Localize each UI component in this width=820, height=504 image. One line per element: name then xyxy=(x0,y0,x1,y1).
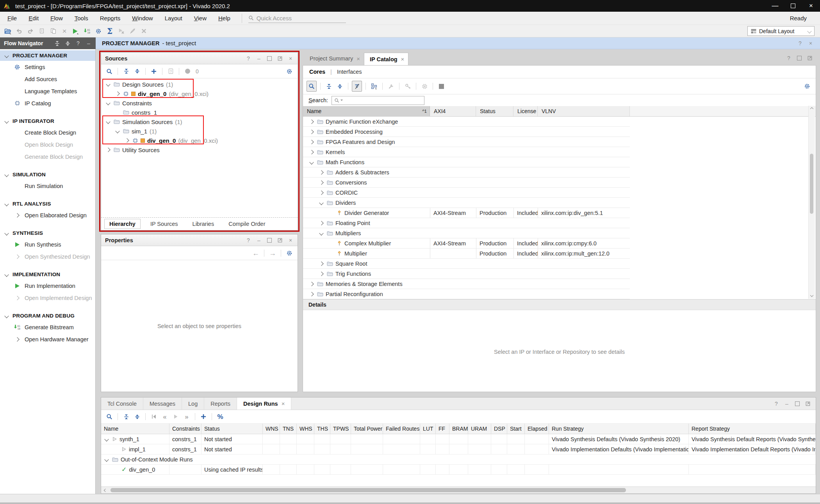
chevron-right-icon[interactable] xyxy=(308,282,315,286)
tab-ip-sources[interactable]: IP Sources xyxy=(146,219,183,229)
flow-item-run-synthesis[interactable]: Run Synthesis xyxy=(0,238,95,250)
expand-icon[interactable] xyxy=(64,40,71,46)
search-icon[interactable] xyxy=(105,412,114,422)
ip-row-fpga-features-and-design[interactable]: FPGA Features and Design xyxy=(303,137,630,147)
filter-incompatible-icon[interactable] xyxy=(352,81,362,92)
chevron-right-icon[interactable] xyxy=(308,120,315,123)
menu-file[interactable]: File xyxy=(2,15,23,21)
chevron-down-icon[interactable] xyxy=(318,201,324,204)
close-icon[interactable]: × xyxy=(357,55,360,62)
collapse-all-icon[interactable] xyxy=(324,81,333,91)
tab-ip-catalog[interactable]: IP Catalog× xyxy=(364,53,408,65)
redo-icon[interactable] xyxy=(26,26,35,36)
scroll-left-icon[interactable] xyxy=(104,488,107,492)
chevron-down-icon[interactable] xyxy=(105,120,111,123)
chevron-right-icon[interactable] xyxy=(318,181,324,184)
ip-row-trig-functions[interactable]: Trig Functions xyxy=(303,269,630,279)
sources-tree-item-constrs-1[interactable]: constrs_1 xyxy=(101,108,298,117)
chevron-down-icon[interactable] xyxy=(318,232,324,235)
menu-view[interactable]: View xyxy=(188,15,212,21)
chevron-right-icon[interactable] xyxy=(318,222,324,225)
ip-row-math-functions[interactable]: Math Functions xyxy=(303,157,630,167)
horizontal-scrollbar[interactable] xyxy=(101,486,816,493)
flow-section-header-implementation[interactable]: IMPLEMENTATION xyxy=(0,269,95,280)
ip-row-cordic[interactable]: CORDIC xyxy=(303,188,630,198)
help-icon[interactable]: ? xyxy=(245,237,251,243)
ip-row-square-root[interactable]: Square Root xyxy=(303,259,630,269)
flow-item-settings[interactable]: Settings xyxy=(0,61,95,73)
tab-libraries[interactable]: Libraries xyxy=(188,219,219,229)
help-doc-icon[interactable]: ? xyxy=(166,66,175,76)
run-icon[interactable] xyxy=(71,26,80,36)
ip-search-input[interactable] xyxy=(332,96,424,105)
flow-section-header-synthesis[interactable]: SYNTHESIS xyxy=(0,228,95,238)
close-button[interactable]: × xyxy=(802,0,820,12)
generate-bitstream-icon[interactable]: 0110 xyxy=(82,26,92,36)
tab-design-runs[interactable]: Design Runs× xyxy=(237,398,291,410)
float-icon[interactable] xyxy=(805,401,811,407)
tab-tcl-console[interactable]: Tcl Console xyxy=(101,398,143,410)
tab-project-summary[interactable]: Project Summary× xyxy=(304,53,364,64)
flow-section-header-project-manager[interactable]: PROJECT MANAGER xyxy=(0,50,95,61)
chevron-down-icon[interactable] xyxy=(105,101,111,105)
minimize-icon[interactable]: – xyxy=(256,55,262,62)
settings-gear-icon[interactable] xyxy=(802,81,812,91)
flow-item-add-sources[interactable]: Add Sources xyxy=(0,73,95,85)
abort-icon[interactable] xyxy=(116,26,126,36)
sources-tree-item-utility-sources[interactable]: Utility Sources xyxy=(101,145,298,154)
customize-ip-icon[interactable] xyxy=(386,81,396,91)
chevron-right-icon[interactable] xyxy=(318,191,324,194)
chevron-right-icon[interactable] xyxy=(318,272,324,275)
minimize-icon[interactable]: – xyxy=(256,237,262,243)
tab-cores[interactable]: Cores xyxy=(308,69,326,75)
ip-row-multipliers[interactable]: Multipliers xyxy=(303,228,630,238)
group-by-category-icon[interactable] xyxy=(369,81,379,91)
open-folder-icon[interactable] xyxy=(3,26,12,36)
ip-catalog-scrollbar[interactable] xyxy=(808,106,815,299)
minimize-button[interactable]: — xyxy=(766,0,784,12)
close-icon[interactable]: × xyxy=(287,55,294,62)
column-header-uram[interactable]: URAM xyxy=(468,424,491,434)
float-icon[interactable] xyxy=(277,237,283,243)
column-header-ff[interactable]: FF xyxy=(436,424,449,434)
close-icon[interactable]: × xyxy=(808,40,814,46)
menu-reports[interactable]: Reports xyxy=(94,15,127,21)
flow-item-ip-catalog[interactable]: IP Catalog xyxy=(0,97,95,109)
flow-item-generate-block-design[interactable]: Generate Block Design xyxy=(0,151,95,163)
flow-item-open-block-design[interactable]: Open Block Design xyxy=(0,138,95,151)
refresh-badge-icon[interactable] xyxy=(183,66,192,76)
scrollbar-thumb[interactable] xyxy=(111,488,626,492)
column-header-status[interactable]: Status xyxy=(201,424,263,434)
settings-gear-icon[interactable] xyxy=(285,248,294,258)
design-run-row-impl-1[interactable]: impl_1constrs_1Not startedVivado Impleme… xyxy=(101,444,816,454)
settings-gear-icon[interactable] xyxy=(285,66,294,76)
flow-item-language-templates[interactable]: Language Templates xyxy=(0,85,95,97)
minimize-icon[interactable]: – xyxy=(784,401,790,407)
step-forward-icon[interactable]: » xyxy=(182,412,191,422)
menu-help[interactable]: Help xyxy=(212,15,236,21)
column-header-status[interactable]: Status xyxy=(476,106,513,116)
flow-item-open-implemented-design[interactable]: Open Implemented Design xyxy=(0,292,95,304)
column-header-lut[interactable]: LUT xyxy=(420,424,436,434)
quick-access-search[interactable]: Quick Access xyxy=(242,14,346,23)
ip-row-divider-generator[interactable]: Divider GeneratorAXI4-StreamProductionIn… xyxy=(303,208,630,218)
maximize-button[interactable] xyxy=(784,0,802,12)
column-header-ths[interactable]: THS xyxy=(314,424,330,434)
tab-reports[interactable]: Reports xyxy=(204,398,237,410)
flow-item-run-implementation[interactable]: Run Implementation xyxy=(0,280,95,292)
flow-item-open-synthesized-design[interactable]: Open Synthesized Design xyxy=(0,250,95,263)
help-icon[interactable]: ? xyxy=(245,55,251,62)
design-run-row-div-gen-0[interactable]: ✓div_gen_0Using cached IP results xyxy=(101,465,816,475)
chevron-down-icon[interactable] xyxy=(308,161,315,164)
tab-interfaces[interactable]: Interfaces xyxy=(336,69,363,75)
go-to-start-icon[interactable] xyxy=(149,412,159,422)
menu-layout[interactable]: Layout xyxy=(159,15,188,21)
help-icon[interactable]: ? xyxy=(75,40,81,46)
column-header-report-strategy[interactable]: Report Strategy xyxy=(689,424,816,434)
ip-row-dynamic-function-exchange[interactable]: Dynamic Function eXchange xyxy=(303,117,630,127)
sources-tree-item-sim-1[interactable]: sim_1(1) xyxy=(101,126,298,136)
column-header-failed-routes[interactable]: Failed Routes xyxy=(383,424,420,434)
column-header-total-power[interactable]: Total Power xyxy=(351,424,383,434)
design-run-row-out-of-context-module-runs[interactable]: Out-of-Context Module Runs xyxy=(101,454,816,465)
search-icon[interactable] xyxy=(105,66,114,76)
